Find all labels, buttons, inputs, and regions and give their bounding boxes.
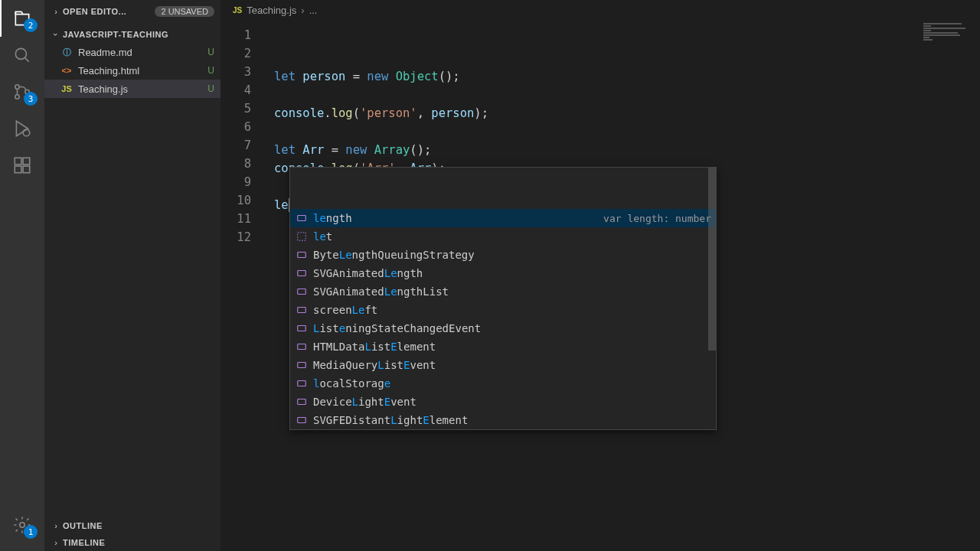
minimap[interactable] — [923, 23, 969, 54]
autocomplete-popup[interactable]: lengthvar length: numberletByteLengthQue… — [289, 167, 717, 430]
autocomplete-label: SVGFEDistantLightElement — [313, 414, 468, 426]
explorer-badge: 2 — [24, 18, 38, 32]
line-number: 6 — [220, 118, 266, 136]
file-name: Readme.md — [78, 47, 132, 58]
line-number: 9 — [220, 173, 266, 191]
svg-rect-8 — [23, 166, 30, 173]
breadcrumb-separator-icon: › — [301, 5, 304, 16]
line-number: 8 — [220, 155, 266, 173]
variable-icon — [295, 303, 309, 317]
file-name: Teaching.js — [78, 83, 128, 95]
project-label: JAVASCRIPT-TEACHING — [63, 30, 168, 39]
autocomplete-item[interactable]: lengthvar length: number — [290, 209, 716, 227]
autocomplete-label: screenLeft — [313, 304, 377, 316]
variable-icon — [295, 211, 309, 225]
file-item[interactable]: <>Teaching.htmlU — [44, 61, 220, 80]
variable-icon — [295, 321, 309, 335]
file-type-icon: ⓘ — [60, 46, 74, 58]
line-number: 4 — [220, 81, 266, 99]
code-line[interactable]: console.log('person', person); — [266, 104, 980, 122]
svg-point-9 — [20, 523, 25, 528]
line-number: 2 — [220, 44, 266, 63]
autocomplete-item[interactable]: SVGAnimatedLength — [290, 264, 716, 282]
breadcrumb[interactable]: JS Teaching.js › ... — [220, 0, 980, 21]
autocomplete-scrollbar[interactable] — [708, 168, 716, 350]
file-git-status: U — [207, 47, 214, 57]
chevron-right-icon: › — [51, 521, 61, 530]
js-file-icon: JS — [233, 6, 242, 15]
activity-search[interactable] — [4, 37, 41, 73]
svg-rect-18 — [298, 363, 306, 368]
unsaved-badge: 2 UNSAVED — [155, 6, 214, 17]
svg-rect-19 — [298, 381, 306, 386]
svg-rect-15 — [298, 308, 306, 313]
svg-rect-6 — [23, 158, 30, 165]
svg-rect-12 — [298, 253, 306, 258]
code-line[interactable] — [266, 86, 980, 104]
svg-point-4 — [23, 129, 30, 136]
autocomplete-item[interactable]: MediaQueryListEvent — [290, 356, 716, 374]
svg-rect-10 — [298, 216, 306, 221]
variable-icon — [295, 395, 309, 409]
autocomplete-item[interactable]: SVGAnimatedLengthList — [290, 282, 716, 301]
activity-extensions[interactable] — [4, 147, 41, 184]
sidebar: › OPEN EDITO... 2 UNSAVED › JAVASCRIPT-T… — [44, 0, 220, 551]
autocomplete-item[interactable]: DeviceLightEvent — [290, 393, 716, 411]
svg-rect-5 — [15, 158, 21, 165]
autocomplete-label: ListeningStateChangedEvent — [313, 322, 481, 334]
activity-settings[interactable]: 1 — [4, 507, 41, 543]
autocomplete-item[interactable]: screenLeft — [290, 301, 716, 319]
variable-icon — [295, 285, 309, 298]
chevron-right-icon: › — [51, 7, 61, 16]
svg-rect-17 — [298, 344, 306, 350]
autocomplete-item[interactable]: HTMLDataListElement — [290, 337, 716, 356]
breadcrumb-file: Teaching.js — [247, 5, 296, 16]
activity-explorer[interactable]: 2 — [4, 0, 41, 37]
autocomplete-item[interactable]: ListeningStateChangedEvent — [290, 319, 716, 337]
autocomplete-item[interactable]: localStorage — [290, 374, 716, 393]
file-item[interactable]: ⓘReadme.mdU — [44, 43, 220, 61]
code-line[interactable]: let Arr = new Array(); — [266, 141, 980, 159]
svg-rect-7 — [15, 166, 21, 173]
svg-point-1 — [15, 85, 19, 89]
activity-run-debug[interactable] — [4, 110, 41, 147]
line-number: 3 — [220, 63, 266, 81]
chevron-down-icon: › — [51, 29, 60, 40]
code-line[interactable] — [266, 122, 980, 141]
vertical-scrollbar[interactable] — [969, 21, 980, 551]
autocomplete-item[interactable]: let — [290, 227, 716, 246]
variable-icon — [295, 266, 309, 280]
timeline-header[interactable]: › TIMELINE — [44, 534, 220, 551]
file-item[interactable]: JSTeaching.jsU — [44, 80, 220, 98]
file-list: ⓘReadme.mdU<>Teaching.htmlUJSTeaching.js… — [44, 43, 220, 98]
svg-rect-14 — [298, 289, 306, 295]
autocomplete-item[interactable]: SVGFEDistantLightElement — [290, 411, 716, 429]
autocomplete-label: MediaQueryListEvent — [313, 359, 436, 371]
editor-content[interactable]: 123456789101112 let person = new Object(… — [220, 21, 980, 551]
file-git-status: U — [207, 65, 214, 76]
editor-area: JS Teaching.js › ... 123456789101112 let… — [220, 0, 980, 551]
svg-rect-11 — [298, 233, 306, 241]
timeline-label: TIMELINE — [63, 538, 105, 547]
file-type-icon: <> — [60, 64, 74, 77]
line-number: 12 — [220, 228, 266, 246]
line-number: 11 — [220, 210, 266, 228]
line-number: 7 — [220, 136, 266, 155]
autocomplete-label: length — [313, 212, 352, 224]
outline-header[interactable]: › OUTLINE — [44, 517, 220, 534]
svg-rect-20 — [298, 399, 306, 405]
variable-icon — [295, 340, 309, 354]
open-editors-header[interactable]: › OPEN EDITO... 2 UNSAVED — [44, 3, 220, 20]
settings-badge: 1 — [24, 525, 38, 539]
snippet-icon — [295, 230, 309, 243]
svg-rect-13 — [298, 271, 306, 276]
project-header[interactable]: › JAVASCRIPT-TEACHING — [44, 26, 220, 43]
code-line[interactable]: let person = new Object(); — [266, 67, 980, 86]
autocomplete-label: ByteLengthQueuingStrategy — [313, 249, 475, 261]
activity-source-control[interactable]: 3 — [4, 73, 41, 110]
autocomplete-item[interactable]: ByteLengthQueuingStrategy — [290, 246, 716, 264]
line-number: 1 — [220, 26, 266, 44]
autocomplete-label: SVGAnimatedLength — [313, 267, 423, 279]
code-area[interactable]: let person = new Object();console.log('p… — [266, 21, 980, 551]
svg-point-2 — [15, 95, 19, 99]
